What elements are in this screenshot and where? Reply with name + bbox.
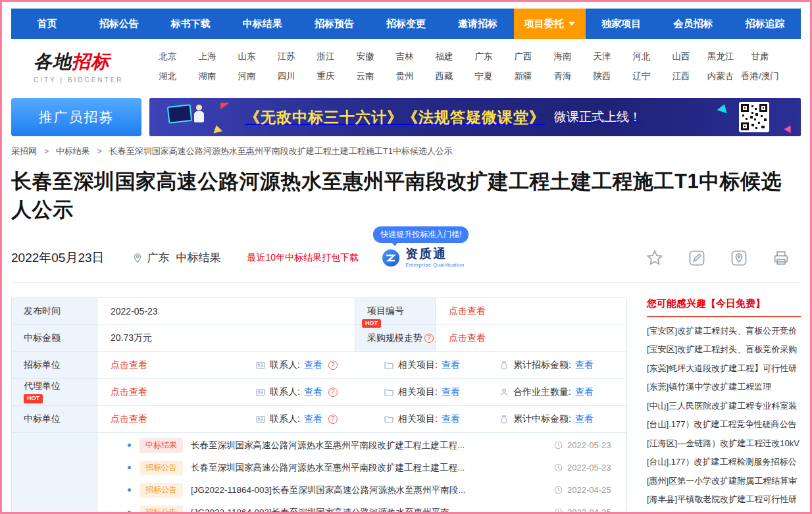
province-link[interactable]: 广东 [464, 51, 503, 63]
site-logo[interactable]: 各地招标 CITY | BIDCENTER [11, 49, 148, 84]
contact-card-icon [255, 360, 266, 371]
nav-item-announcements[interactable]: 招标公告 [83, 9, 155, 39]
winner-unit-click-view-link[interactable]: 点击查看 [111, 413, 255, 425]
province-link[interactable]: 辽宁 [622, 70, 661, 82]
tender-amount-view-link[interactable]: 查看 [575, 359, 594, 371]
breadcrumb-home[interactable]: 采招网 [11, 146, 37, 156]
history-row[interactable]: 中标结果 长春至深圳国家高速公路河源热水至惠州平南段改扩建工程土建工程... 2… [111, 434, 626, 457]
province-link[interactable]: 湖南 [188, 70, 227, 82]
history-date: 2022-04-25 [567, 507, 617, 514]
nav-item-doc-download[interactable]: 标书下载 [155, 9, 226, 39]
province-link[interactable]: 甘肃 [740, 51, 780, 63]
province-link[interactable]: 海南 [543, 51, 582, 63]
history-date: 2022-04-25 [567, 485, 617, 495]
province-link[interactable]: 山西 [661, 51, 701, 63]
nav-item-previews[interactable]: 招标预告 [298, 9, 370, 39]
question-icon[interactable]: ? [328, 361, 338, 370]
province-link[interactable]: 河北 [622, 51, 661, 63]
province-link[interactable]: 西藏 [424, 70, 464, 82]
sidebar-item[interactable]: [惠州]区第一小学改扩建附属工程结算审 [647, 472, 801, 491]
publish-date: 2022年05月23日 [11, 249, 105, 267]
history-link[interactable]: 长春至深圳国家高速公路河源热水至惠州平南段改扩建工程土建工程... [191, 462, 546, 474]
nav-item-changes[interactable]: 招标变更 [370, 9, 442, 39]
province-link[interactable]: 贵州 [385, 70, 424, 82]
province-link[interactable]: 黑龙江 [701, 51, 740, 63]
tender-unit-click-view-link[interactable]: 点击查看 [111, 359, 255, 371]
history-link[interactable]: [JG2022-11864-003]长春至深圳国家高速公路河源热水至惠州平南..… [191, 507, 546, 514]
scale-click-view-link[interactable]: 点击查看 [449, 332, 486, 344]
tender-related-view-link[interactable]: 查看 [442, 359, 460, 371]
sidebar-item[interactable]: [江海区]—金链路）改扩建工程迁改10kV [647, 434, 801, 453]
sidebar-item[interactable]: [东莞]镇竹溪中学改扩建工程监理 [647, 378, 801, 397]
province-link[interactable]: 吉林 [385, 51, 424, 63]
agent-unit-click-view-link[interactable]: 点击查看 [111, 386, 255, 398]
province-link[interactable]: 重庆 [306, 70, 345, 82]
agent-related-view-link[interactable]: 查看 [442, 386, 460, 398]
history-row[interactable]: 招标公告 长春至深圳国家高速公路河源热水至惠州平南段改扩建工程土建工程... 2… [111, 457, 626, 479]
history-row[interactable]: 招标公告 [JG2022-11864-003]长春至深圳国家高速公路河源热水至惠… [111, 479, 626, 501]
history-label-cell [12, 433, 97, 514]
province-link[interactable]: 广西 [503, 51, 543, 63]
nav-item-exclusive[interactable]: 独家项目 [586, 9, 657, 39]
nav-item-tracking[interactable]: 招标追踪 [729, 9, 801, 39]
nav-item-project-entrust[interactable]: 项目委托 [514, 9, 586, 39]
province-link[interactable]: 江苏 [266, 51, 306, 63]
question-icon[interactable]: ? [328, 415, 338, 424]
province-link[interactable]: 河南 [227, 70, 266, 82]
agent-partner-view-link[interactable]: 查看 [575, 386, 594, 398]
province-link[interactable]: 内蒙古 [701, 70, 740, 82]
print-icon[interactable] [772, 249, 790, 267]
province-link[interactable]: 湖北 [148, 70, 188, 82]
content: 发布时间 2022-05-23 项目编号 点击查看 中标金额 20.73万元 H… [11, 297, 801, 514]
agent-contact-view-link[interactable]: 查看 [304, 386, 322, 398]
project-no-click-view-link[interactable]: 点击查看 [449, 305, 486, 317]
province-link[interactable]: 云南 [345, 70, 385, 82]
sidebar-item[interactable]: [台山].177）改扩建工程检测服务招标公 [647, 453, 801, 472]
sidebar-item[interactable]: [中山]三人民医院改扩建工程专业科室装 [647, 397, 801, 416]
history-link[interactable]: [JG2022-11864-003]长春至深圳国家高速公路河源热水至惠州平南段.… [191, 484, 546, 496]
nav-item-win-results[interactable]: 中标结果 [226, 9, 298, 39]
zizhitong-name: 资质通 [405, 247, 465, 261]
nav-item-invitations[interactable]: 邀请招标 [442, 9, 514, 39]
report-error-icon[interactable] [688, 249, 706, 267]
province-link[interactable]: 北京 [148, 51, 188, 63]
province-link[interactable]: 福建 [424, 51, 464, 63]
history-row[interactable]: 招标公告 [JG2022-11864-003]长春至深圳国家高速公路河源热水至惠… [111, 501, 626, 514]
folder-icon [384, 414, 394, 424]
province-link[interactable]: 青海 [543, 70, 582, 82]
history-link[interactable]: 长春至深圳国家高速公路河源热水至惠州平南段改扩建工程土建工程... [191, 440, 546, 451]
favorite-star-icon[interactable] [646, 249, 664, 267]
province-link[interactable]: 安徽 [345, 51, 385, 63]
province-link[interactable]: 四川 [266, 70, 306, 82]
question-icon[interactable]: ? [424, 334, 434, 343]
sidebar-item[interactable]: [海丰县]平镇敬老院改扩建工程可行性研 [647, 490, 801, 509]
question-icon[interactable]: ? [328, 388, 338, 397]
province-link[interactable]: 江西 [661, 70, 701, 82]
sidebar-item[interactable]: [台山].177）改扩建工程竞争性磋商公告 [647, 415, 801, 434]
province-link[interactable]: 天津 [582, 51, 622, 63]
map-location-icon[interactable] [730, 249, 748, 267]
province-link[interactable]: 宁夏 [464, 70, 503, 82]
zizhitong-widget[interactable]: 快速提升投标准入门槛! 资质通 Enterprise Qualification [381, 247, 465, 268]
sidebar-item[interactable]: [宝安区]改扩建工程封头、盲板竞价采购 [647, 340, 801, 359]
nav-item-member[interactable]: 会员招标 [657, 9, 729, 39]
winner-contact-view-link[interactable]: 查看 [304, 413, 322, 425]
breadcrumb-section[interactable]: 中标结果 [56, 146, 90, 156]
tender-contact-view-link[interactable]: 查看 [304, 359, 322, 371]
province-link[interactable]: 陕西 [582, 70, 622, 82]
province-link[interactable]: 新疆 [503, 70, 543, 82]
download-pack-link[interactable]: 最近10年中标结果打包下载 [247, 252, 359, 264]
sidebar-item[interactable]: [东莞]蚝坪大道段改扩建工程】可行性研 [647, 359, 801, 378]
province-link[interactable]: 香港/澳门 [740, 70, 780, 82]
bullet-icon [128, 466, 131, 469]
course-banner[interactable]: 《无敌中标三十六计》《法规答疑微课堂》 微课正式上线！ [149, 98, 801, 136]
top-nav: 首页 招标公告 标书下载 中标结果 招标预告 招标变更 邀请招标 项目委托 独家… [11, 9, 801, 39]
province-link[interactable]: 上海 [188, 51, 227, 63]
province-link[interactable]: 山东 [227, 51, 266, 63]
recruiter-button[interactable]: 推广员招募 [11, 98, 141, 136]
winner-related-view-link[interactable]: 查看 [442, 413, 460, 425]
winner-amount-view-link[interactable]: 查看 [575, 413, 594, 425]
nav-item-home[interactable]: 首页 [11, 9, 83, 39]
province-link[interactable]: 浙江 [306, 51, 345, 63]
sidebar-item[interactable]: [宝安区]改扩建工程封头、盲板公开竞价 [647, 322, 801, 341]
